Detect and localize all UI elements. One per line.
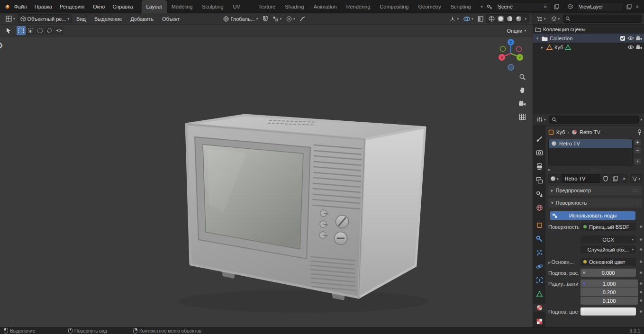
viewport-3d[interactable]: ▾ Объектный ре... ▾ Вид Выделение Добави…	[0, 13, 533, 327]
decorator-dot[interactable]	[640, 282, 642, 285]
tab-render[interactable]	[533, 149, 545, 157]
decorator-dot[interactable]	[640, 271, 642, 274]
new-material-button[interactable]	[611, 174, 620, 183]
tab-object[interactable]	[533, 221, 545, 229]
select-tweak-tool[interactable]	[26, 26, 35, 35]
fake-user-button[interactable]	[601, 174, 610, 183]
tab-particles[interactable]	[533, 249, 545, 257]
menu-view[interactable]: Вид	[73, 13, 90, 25]
material-slot-list[interactable]: Retro TV	[548, 139, 633, 166]
outliner-row-scene-collection[interactable]: Коллекция сцены	[533, 25, 644, 34]
tab-texture-paint[interactable]: Texture Paint	[254, 0, 280, 13]
tab-modeling[interactable]: Modeling	[167, 0, 198, 13]
radius-z-field[interactable]: 0.100	[581, 297, 638, 305]
tab-modifiers[interactable]	[533, 235, 545, 243]
subsurface-value-field[interactable]: 0.000	[581, 269, 636, 277]
new-viewlayer-icon[interactable]	[625, 4, 633, 9]
select-lasso-tool[interactable]	[45, 26, 54, 35]
mode-selector[interactable]: Объектный ре... ▾	[18, 14, 72, 23]
tab-geometry-nodes[interactable]: Geometry Nodes	[413, 0, 445, 13]
viewlayer-field[interactable]: ViewLayer	[576, 2, 624, 11]
scene-field[interactable]: Scene ×	[495, 2, 551, 11]
panel-surface-header[interactable]: ▾ Поверхность ::::	[548, 198, 642, 208]
proportional-editing-toggle[interactable]: ▾	[284, 14, 297, 23]
viewlayer-icon[interactable]	[566, 4, 575, 9]
distribution-dropdown[interactable]: GGX ▾	[581, 235, 636, 244]
outliner-row-cube[interactable]: ▸ Куб	[533, 43, 644, 52]
snap-settings[interactable]: ▾	[271, 14, 283, 23]
chevron-down-icon[interactable]: ▾	[640, 118, 642, 121]
decorator-dot[interactable]	[640, 238, 642, 241]
options-dropdown[interactable]: Опции ▾	[507, 28, 526, 34]
tab-sculpting[interactable]: Sculpting	[197, 0, 228, 13]
outliner-search[interactable]	[563, 15, 642, 23]
scene-unlink-icon[interactable]: ×	[542, 4, 548, 9]
cursor-3d-tool[interactable]	[54, 26, 63, 35]
decorator-dot[interactable]	[640, 310, 642, 313]
outliner-row-collection[interactable]: ▾ Collection	[533, 34, 644, 43]
panel-grip[interactable]: ::::	[633, 188, 639, 193]
tab-world[interactable]	[533, 204, 545, 212]
retro-tv-model[interactable]	[0, 13, 533, 327]
blender-logo-icon[interactable]	[4, 3, 10, 10]
wireframe-shading-icon[interactable]	[489, 16, 495, 22]
tab-compositing[interactable]: Compositing	[375, 0, 413, 13]
remove-viewlayer-icon[interactable]: ×	[635, 4, 640, 9]
subsurface-color-swatch[interactable]	[581, 307, 636, 316]
menu-edit[interactable]: Правка	[31, 0, 56, 13]
decorator-dot[interactable]	[640, 248, 642, 251]
expand-arrow-icon[interactable]: ▸	[540, 45, 544, 50]
tab-tool[interactable]	[533, 135, 545, 143]
material-shading-icon[interactable]	[507, 16, 513, 22]
properties-search-input[interactable]	[558, 117, 637, 122]
decorator-dot[interactable]	[640, 299, 642, 302]
remove-slot-button[interactable]: −	[634, 147, 641, 154]
overlays-toggle[interactable]: ▾	[462, 14, 475, 23]
breadcrumb-object[interactable]: Куб	[556, 129, 565, 135]
checkbox-icon[interactable]	[620, 36, 626, 41]
transform-orientation-selector[interactable]: Глобаль... ▾	[221, 14, 260, 23]
zoom-tool-icon[interactable]	[517, 72, 527, 81]
decorator-dot[interactable]	[640, 291, 642, 293]
menu-select[interactable]: Выделение	[91, 13, 126, 25]
tab-object-data[interactable]	[533, 290, 545, 298]
camera-visibility-icon[interactable]	[636, 45, 642, 50]
outliner-search-input[interactable]	[572, 16, 639, 22]
menu-help[interactable]: Справка	[109, 0, 136, 13]
tab-scripting[interactable]: Scripting	[446, 0, 476, 13]
add-workspace-button[interactable]: +	[476, 0, 485, 13]
material-slot-active[interactable]: Retro TV	[549, 139, 632, 148]
panel-preview-header[interactable]: ▸ Предпросмотр ::::	[548, 186, 642, 195]
rendered-shading-icon[interactable]	[516, 16, 522, 22]
outliner-editor-type-button[interactable]: ▾	[535, 14, 548, 23]
unlink-material-button[interactable]: ×	[621, 174, 627, 183]
decorator-dot[interactable]	[640, 226, 642, 228]
expand-arrow-icon[interactable]: ▾	[535, 36, 540, 41]
menu-render[interactable]: Рендеринг	[56, 0, 89, 13]
decorator-dot[interactable]	[640, 261, 642, 263]
select-box-tool[interactable]	[17, 26, 26, 35]
radius-x-field[interactable]: 1.000	[581, 280, 638, 288]
outliner-display-mode[interactable]: ▾	[549, 14, 562, 23]
active-tool-button[interactable]	[4, 26, 13, 35]
add-slot-button[interactable]: +	[634, 139, 641, 146]
resize-grip[interactable]: ::::::	[591, 167, 601, 172]
falloff-selector[interactable]	[298, 14, 307, 23]
panel-grip[interactable]: ::::	[633, 200, 639, 205]
pan-hand-icon[interactable]	[517, 85, 527, 95]
tab-scene[interactable]	[533, 190, 545, 198]
new-scene-icon[interactable]	[553, 4, 561, 9]
tab-animation[interactable]: Animation	[309, 0, 342, 13]
browse-material-button[interactable]: ▾	[548, 174, 561, 183]
radius-y-field[interactable]: 0.200	[581, 288, 638, 296]
editor-type-button[interactable]: ▾	[4, 14, 17, 23]
surface-shader-field[interactable]: Принц..ый BSDF	[581, 223, 636, 231]
use-nodes-button[interactable]: Использовать ноды	[550, 211, 635, 220]
properties-search[interactable]	[549, 116, 639, 124]
tab-texture[interactable]	[533, 317, 545, 325]
eye-icon[interactable]	[627, 45, 634, 50]
tab-view-layer[interactable]	[533, 176, 545, 184]
toolbar-expand-arrow[interactable]: ❯	[0, 42, 3, 48]
tab-constraints[interactable]	[533, 276, 545, 284]
tab-uv-editing[interactable]: UV Editing	[228, 0, 254, 13]
